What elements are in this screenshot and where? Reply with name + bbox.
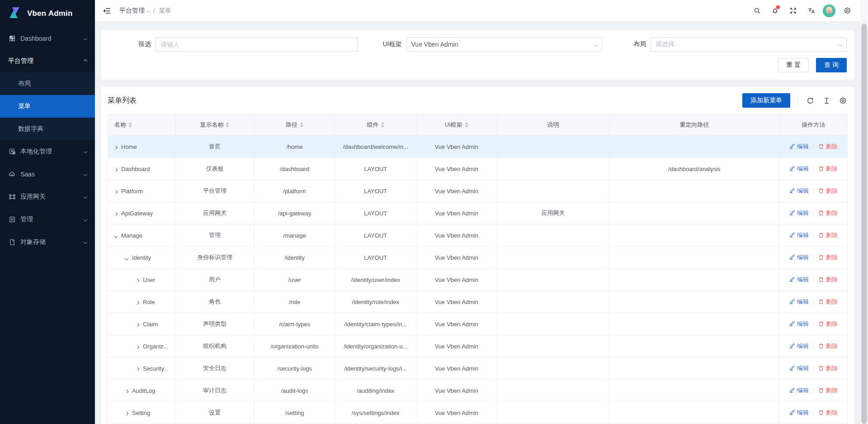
table-row[interactable]: Platform平台管理/platformLAYOUTVue Vben Admi… — [108, 180, 848, 202]
delete-link[interactable]: 删除 — [818, 298, 838, 306]
expand-row-chevron-icon[interactable] — [125, 411, 128, 415]
breadcrumb-parent[interactable]: 平台管理 — [119, 7, 150, 15]
table-row[interactable]: Identity身份标识管理/identityLAYOUTVue Vben Ad… — [108, 247, 848, 269]
table-row[interactable]: Claim声明类型/claim-types/identity/claim-typ… — [108, 313, 848, 335]
table-row[interactable]: AuditLog审计日志/audit-logs/auditing/indexVu… — [108, 380, 848, 402]
cell-actions: 编辑删除 — [779, 313, 848, 335]
expand-row-chevron-icon[interactable] — [114, 167, 118, 171]
edit-link[interactable]: 编辑 — [789, 342, 809, 350]
edit-link[interactable]: 编辑 — [789, 386, 809, 395]
expand-row-chevron-icon[interactable] — [136, 300, 139, 304]
delete-link[interactable]: 删除 — [818, 165, 838, 173]
table-row[interactable]: Role角色/role/identity/role/indexVue Vben … — [108, 291, 848, 313]
sidebar-item-saas[interactable]: Saas — [0, 163, 95, 186]
delete-link[interactable]: 删除 — [818, 209, 838, 217]
sort-icon[interactable] — [128, 122, 132, 128]
edit-link[interactable]: 编辑 — [789, 364, 809, 372]
expand-row-chevron-icon[interactable] — [136, 278, 139, 282]
column-settings-gear-icon[interactable] — [838, 95, 848, 105]
table-row[interactable]: Manage管理/manageLAYOUTVue Vben Admin编辑删除 — [108, 224, 848, 247]
delete-link[interactable]: 删除 — [818, 364, 838, 372]
collapse-row-chevron-icon[interactable] — [114, 234, 118, 238]
sidebar-item-manage[interactable]: 管理 — [0, 208, 95, 231]
sidebar-collapse-icon[interactable] — [101, 5, 113, 17]
sidebar-item-gateway[interactable]: 应用网关 — [0, 186, 95, 208]
column-header-display-name[interactable]: 显示名称 — [175, 114, 254, 136]
search-icon[interactable] — [750, 4, 764, 18]
layout-select[interactable]: 请选择 — [651, 37, 847, 52]
cell-display-name: 管理 — [175, 224, 254, 247]
delete-link[interactable]: 删除 — [818, 342, 838, 350]
sidebar-item-dashboard[interactable]: Dashboard — [0, 27, 95, 50]
sort-icon[interactable] — [465, 122, 468, 128]
edit-link[interactable]: 编辑 — [789, 231, 809, 239]
table-row[interactable]: Home首页/home/dashboard/welcome/in...Vue V… — [108, 136, 848, 158]
sort-icon[interactable] — [381, 122, 384, 128]
translate-language-icon[interactable] — [804, 4, 818, 18]
sidebar-item-object-storage[interactable]: 对象存储 — [0, 231, 95, 253]
fullscreen-icon[interactable] — [786, 4, 800, 18]
sidebar-item-data-dictionary[interactable]: 数据字典 — [0, 118, 95, 140]
sidebar-item-localization[interactable]: 本地化管理 — [0, 140, 95, 163]
edit-link[interactable]: 编辑 — [789, 409, 809, 417]
chevron-down-icon — [594, 42, 598, 47]
edit-link[interactable]: 编辑 — [789, 187, 809, 195]
search-button[interactable]: 查 询 — [816, 58, 847, 72]
cell-framework: Vue Vben Admin — [416, 380, 497, 402]
sidebar-item-layout[interactable]: 布局 — [0, 72, 95, 95]
cell-name: ApiGateway — [108, 202, 175, 224]
expand-row-chevron-icon[interactable] — [125, 389, 128, 393]
sort-icon[interactable] — [300, 122, 303, 128]
table-row[interactable]: ApiGateway应用网关/api-gatewayLAYOUTVue Vben… — [108, 202, 848, 224]
edit-link[interactable]: 编辑 — [789, 165, 809, 173]
table-row[interactable]: User用户/user/identity/user/indexVue Vben … — [108, 269, 848, 291]
sidebar-item-platform[interactable]: 平台管理 — [0, 50, 95, 72]
delete-link[interactable]: 删除 — [818, 409, 838, 417]
edit-link[interactable]: 编辑 — [789, 320, 809, 328]
scrollbar-thumb[interactable] — [861, 24, 867, 424]
user-avatar[interactable] — [822, 4, 836, 18]
delete-link[interactable]: 删除 — [818, 276, 838, 284]
delete-link[interactable]: 删除 — [818, 386, 838, 395]
edit-link[interactable]: 编辑 — [789, 253, 809, 262]
refresh-icon[interactable] — [805, 95, 815, 105]
cell-description — [497, 335, 609, 357]
expand-row-chevron-icon[interactable] — [114, 212, 118, 215]
delete-link[interactable]: 删除 — [818, 231, 838, 239]
table-row[interactable]: Organiz...组织机构/organization-units/identi… — [108, 335, 848, 357]
edit-link[interactable]: 编辑 — [789, 276, 809, 284]
toolbar-divider — [797, 97, 798, 104]
sort-icon[interactable] — [226, 122, 229, 128]
filter-keyword-input[interactable] — [160, 41, 353, 48]
edit-link[interactable]: 编辑 — [789, 298, 809, 306]
add-menu-button[interactable]: 添加新菜单 — [742, 93, 790, 108]
delete-link[interactable]: 删除 — [818, 187, 838, 195]
expand-row-chevron-icon[interactable] — [136, 367, 139, 371]
column-header-framework[interactable]: UI框架 — [416, 114, 497, 136]
table-row[interactable]: Dashboard仪表板/dashboardLAYOUTVue Vben Adm… — [108, 158, 848, 180]
edit-link[interactable]: 编辑 — [789, 143, 809, 151]
row-height-icon[interactable] — [821, 95, 831, 105]
page-scrollbar[interactable] — [860, 0, 868, 424]
delete-link[interactable]: 删除 — [818, 320, 838, 328]
expand-row-chevron-icon[interactable] — [136, 345, 139, 348]
expand-row-chevron-icon[interactable] — [114, 190, 118, 193]
reset-button[interactable]: 重 置 — [778, 58, 809, 72]
column-header-path[interactable]: 路径 — [254, 114, 335, 136]
app-logo[interactable]: Vben Admin — [0, 0, 95, 25]
column-header-name[interactable]: 名称 — [108, 114, 175, 136]
sidebar-item-menu[interactable]: 菜单 — [0, 95, 95, 118]
settings-gear-icon[interactable] — [840, 4, 854, 18]
table-row[interactable]: Security...安全日志/security-logs/identity/s… — [108, 357, 848, 380]
delete-link[interactable]: 删除 — [818, 253, 838, 262]
notification-bell-icon[interactable] — [768, 4, 782, 18]
delete-link[interactable]: 删除 — [818, 143, 838, 151]
edit-link[interactable]: 编辑 — [789, 209, 809, 217]
framework-select[interactable]: Vue Vben Admin — [406, 37, 603, 52]
collapse-row-chevron-icon[interactable] — [125, 256, 128, 260]
cell-actions: 编辑删除 — [779, 180, 848, 202]
table-row[interactable]: Setting设置/setting/sys/settings/indexVue … — [108, 402, 848, 424]
column-header-component[interactable]: 组件 — [335, 114, 416, 136]
expand-row-chevron-icon[interactable] — [136, 323, 139, 326]
expand-row-chevron-icon[interactable] — [114, 145, 118, 149]
